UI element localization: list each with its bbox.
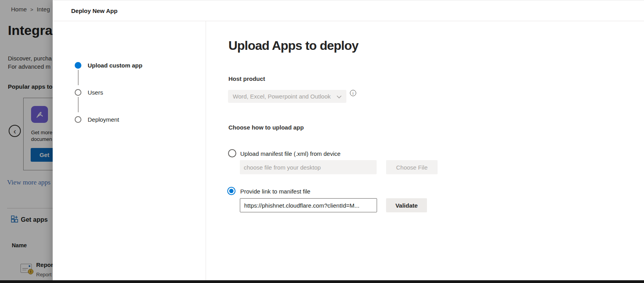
panel-title: Deploy New App xyxy=(71,7,118,14)
step-connector xyxy=(78,70,79,85)
info-glyph: i xyxy=(353,91,354,95)
step-label-deployment[interactable]: Deployment xyxy=(88,116,119,124)
validate-button[interactable]: Validate xyxy=(386,198,427,212)
step-dot-users[interactable] xyxy=(75,89,81,96)
step-dot-upload-custom-app[interactable] xyxy=(75,62,81,69)
content-heading: Upload Apps to deploy xyxy=(228,38,358,53)
radio-provide-link-label[interactable]: Provide link to manifest file xyxy=(240,188,310,195)
deploy-new-app-panel: Deploy New App Upload custom app Users D… xyxy=(53,0,644,283)
choose-file-button[interactable]: Choose File xyxy=(386,160,438,174)
radio-upload-from-device[interactable] xyxy=(228,149,236,157)
host-product-dropdown[interactable]: Word, Excel, Powerpoint and Outlook xyxy=(228,90,346,103)
host-product-value: Word, Excel, Powerpoint and Outlook xyxy=(233,93,337,100)
manifest-link-input[interactable] xyxy=(240,198,377,212)
radio-upload-from-device-label[interactable]: Upload manifest file (.xml) from device xyxy=(240,150,340,157)
chevron-down-icon xyxy=(337,93,342,100)
step-dot-deployment[interactable] xyxy=(75,116,81,123)
bottom-edge-bar xyxy=(0,280,644,283)
step-connector xyxy=(78,97,79,112)
choose-upload-label: Choose how to upload app xyxy=(228,124,304,131)
radio-provide-link[interactable] xyxy=(227,187,236,195)
screen: Home>Integ Integra Discover, purcha For … xyxy=(0,0,644,283)
panel-header: Deploy New App xyxy=(53,1,644,21)
step-label-upload-custom-app[interactable]: Upload custom app xyxy=(88,62,142,69)
manifest-file-input[interactable] xyxy=(240,160,377,174)
wizard-step-rail: Upload custom app Users Deployment xyxy=(53,21,206,283)
step-label-users[interactable]: Users xyxy=(88,89,103,97)
host-product-label: Host product xyxy=(228,75,265,82)
info-icon[interactable]: i xyxy=(350,90,356,96)
